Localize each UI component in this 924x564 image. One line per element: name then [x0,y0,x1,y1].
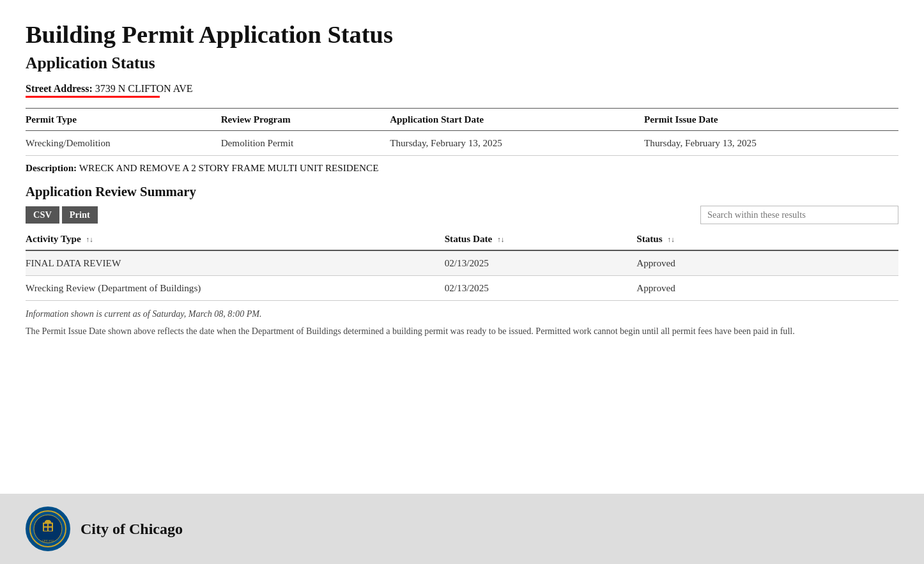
city-seal-icon: CHICAGO [29,510,67,548]
footer: CHICAGO City of Chicago [0,494,924,564]
col-review-program: Review Program [221,109,390,131]
status-date-cell: 02/13/2025 [445,276,637,301]
status-date-cell: 02/13/2025 [445,250,637,276]
activity-type-cell: Wrecking Review (Department of Buildings… [26,276,445,301]
svg-text:CHICAGO: CHICAGO [42,539,54,542]
sort-status-icon: ↑↓ [668,236,675,243]
col-permit-type: Permit Type [26,109,221,131]
section-title: Application Status [26,54,898,73]
toolbar: CSV Print [26,206,898,224]
sort-status-date-icon: ↑↓ [497,236,504,243]
col-start-date: Application Start Date [390,109,644,131]
street-value: 3739 N CLIFTON AVE [95,83,193,94]
description-row: Description: WRECK AND REMOVE A 2 STORY … [26,156,898,184]
csv-button[interactable]: CSV [26,206,59,224]
city-name: City of Chicago [81,521,183,538]
permit-type-value: Wrecking/Demolition [26,131,221,156]
svg-rect-4 [49,524,52,526]
col-status[interactable]: Status ↑↓ [636,228,898,250]
print-button[interactable]: Print [62,206,98,224]
permit-table: Permit Type Review Program Application S… [26,108,898,156]
street-address-line: Street Address: 3739 N CLIFTON AVE [26,83,898,95]
col-status-date[interactable]: Status Date ↑↓ [445,228,637,250]
toolbar-left: CSV Print [26,206,98,224]
col-status-label: Status [636,233,663,244]
svg-rect-6 [49,528,52,531]
search-input[interactable] [700,206,898,224]
disclaimer-text: The Permit Issue Date shown above reflec… [26,324,898,338]
sort-activity-icon: ↑↓ [86,236,93,243]
svg-rect-3 [44,524,47,526]
review-program-value: Demolition Permit [221,131,390,156]
col-issue-date: Permit Issue Date [644,109,898,131]
status-cell: Approved [636,250,898,276]
col-activity-label: Activity Type [26,233,81,244]
page-wrapper: Building Permit Application Status Appli… [0,0,924,564]
review-table-row: Wrecking Review (Department of Buildings… [26,276,898,301]
search-container [700,206,898,224]
main-content: Building Permit Application Status Appli… [0,0,924,494]
description-value: WRECK AND REMOVE A 2 STORY FRAME MULTI U… [79,162,379,173]
start-date-value: Thursday, February 13, 2025 [390,131,644,156]
address-underline [26,96,160,98]
street-label: Street Address: [26,83,93,94]
city-logo: CHICAGO [26,507,70,551]
review-summary-title: Application Review Summary [26,184,898,199]
col-activity-type[interactable]: Activity Type ↑↓ [26,228,445,250]
review-table: Activity Type ↑↓ Status Date ↑↓ Status ↑… [26,228,898,301]
permit-row: Wrecking/Demolition Demolition Permit Th… [26,131,898,156]
page-title: Building Permit Application Status [26,20,898,49]
svg-rect-5 [44,528,47,531]
activity-type-cell: FINAL DATA REVIEW [26,250,445,276]
description-label: Description: [26,162,77,173]
issue-date-value: Thursday, February 13, 2025 [644,131,898,156]
review-table-row: FINAL DATA REVIEW 02/13/2025 Approved [26,250,898,276]
col-status-date-label: Status Date [445,233,493,244]
info-text: Information shown is current as of Satur… [26,309,898,319]
status-cell: Approved [636,276,898,301]
